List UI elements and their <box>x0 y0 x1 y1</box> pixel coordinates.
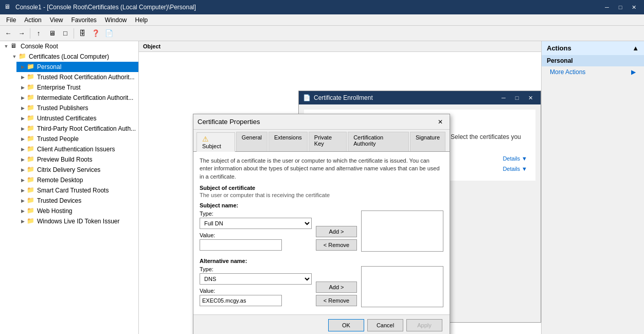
content-area: ▼ 🖥 Console Root ▼ 📁 Certificates (Local… <box>0 41 644 334</box>
cert-enrollment-controls: ─ □ ✕ <box>497 93 536 103</box>
tree-arrow-enterprise: ▶ <box>19 83 27 92</box>
cert-enrollment-title-bar: 📄 Certificate Enrollment ─ □ ✕ <box>299 91 541 104</box>
menu-view[interactable]: View <box>46 15 67 25</box>
tree-item-citrix[interactable]: ▶ 📁 Citrix Delivery Services <box>16 165 138 175</box>
tree-arrow-windows-live: ▶ <box>19 217 27 225</box>
subject-name-section: Subject name: <box>200 202 443 208</box>
show-action-pane[interactable]: □ <box>59 27 71 40</box>
subject-value-input[interactable] <box>200 239 282 251</box>
panel-content-area: 📄 Certificate Enrollment ─ □ ✕ Request C… <box>139 52 541 334</box>
tree-item-publishers[interactable]: ▶ 📁 Trusted Publishers <box>16 103 138 113</box>
forward-button[interactable]: → <box>15 27 28 40</box>
right-panel: Object 📄 Certificate Enrollment ─ □ ✕ <box>139 41 541 334</box>
toolbar-separator-1 <box>30 28 30 39</box>
folder-icon-web-hosting: 📁 <box>27 207 35 215</box>
tab-signature[interactable]: Signature <box>410 132 445 151</box>
enrollment-details-link-1[interactable]: Details ▼ <box>503 155 527 162</box>
tab-extensions-label: Extensions <box>274 134 302 140</box>
maximize-button[interactable]: □ <box>614 2 627 12</box>
tree-item-enterprise[interactable]: ▶ 📁 Enterprise Trust <box>16 82 138 93</box>
subject-name-buttons: Add > < Remove <box>316 210 357 251</box>
tree-item-untrusted[interactable]: ▶ 📁 Untrusted Certificates <box>16 113 138 124</box>
tree-item-client-auth[interactable]: ▶ 📁 Client Authentication Issuers <box>16 144 138 154</box>
subject-type-group: Type: Full DN CN O <box>200 210 312 229</box>
alt-value-label: Value: <box>200 288 312 294</box>
folder-icon-trusted-root: 📁 <box>27 73 35 81</box>
tree-item-trusted-devices[interactable]: ▶ 📁 Trusted Devices <box>16 196 138 206</box>
cert-enrollment-close[interactable]: ✕ <box>524 93 536 103</box>
tree-item-windows-live[interactable]: ▶ 📁 Windows Live ID Token Issuer <box>16 216 138 226</box>
tree-arrow-trusted-devices: ▶ <box>19 197 27 205</box>
back-button[interactable]: ← <box>2 27 14 40</box>
tree-item-certs-local[interactable]: ▼ 📁 Certificates (Local Computer) <box>8 51 138 62</box>
tree-label-certs: Certificates (Local Computer) <box>29 53 109 60</box>
menu-favorites[interactable]: Favorites <box>67 15 101 25</box>
new-window-button[interactable]: 🗄 <box>76 27 88 40</box>
tree-arrow-console: ▼ <box>2 42 10 50</box>
tree-arrow-trusted-root: ▶ <box>19 73 27 81</box>
alt-value-input[interactable] <box>200 295 282 306</box>
tree-item-remote-desktop[interactable]: ▶ 📁 Remote Desktop <box>16 175 138 185</box>
tree-item-console-root[interactable]: ▼ 🖥 Console Root <box>0 41 138 51</box>
menu-window[interactable]: Window <box>101 15 131 25</box>
cert-enrollment-maximize[interactable]: □ <box>511 93 523 103</box>
up-button[interactable]: ↑ <box>32 27 45 40</box>
tree-children-certs: ▶ 📁 Personal ▶ 📁 Trusted Root Certificat… <box>8 62 138 226</box>
close-button[interactable]: ✕ <box>628 2 640 12</box>
folder-icon-remote-desktop: 📁 <box>27 176 35 184</box>
toolbar: ← → ↑ 🖥 □ 🗄 ❓ 📄 <box>0 26 644 41</box>
alt-remove-button[interactable]: < Remove <box>316 295 357 306</box>
tree-item-trusted-people[interactable]: ▶ 📁 Trusted People <box>16 134 138 144</box>
help-button[interactable]: ❓ <box>90 27 102 40</box>
subject-remove-button[interactable]: < Remove <box>316 239 357 251</box>
folder-icon-smart-card: 📁 <box>27 186 35 195</box>
tree-item-trusted-root[interactable]: ▶ 📁 Trusted Root Certification Authorit.… <box>16 72 138 82</box>
folder-icon-untrusted: 📁 <box>27 114 35 122</box>
panel-col-header: Object <box>139 41 541 52</box>
tab-extensions[interactable]: Extensions <box>269 132 308 151</box>
tree-item-preview[interactable]: ▶ 📁 Preview Build Roots <box>16 154 138 165</box>
tree-arrow-preview: ▶ <box>19 155 27 164</box>
tree-item-intermediate[interactable]: ▶ 📁 Intermediate Certification Authorit.… <box>16 93 138 103</box>
title-bar: 🖥 Console1 - [Console Root\Certificates … <box>0 0 644 14</box>
tab-cert-authority[interactable]: Certification Authority <box>348 132 409 151</box>
tree-label-trusted-root: Trusted Root Certification Authorit... <box>37 74 135 81</box>
subject-type-label: Type: <box>200 210 312 217</box>
tree-item-third-party[interactable]: ▶ 📁 Third-Party Root Certification Auth.… <box>16 124 138 134</box>
tab-subject[interactable]: ⚠ Subject <box>196 132 235 152</box>
properties-button[interactable]: 📄 <box>103 27 115 40</box>
tab-private-key-label: Private Key <box>314 134 332 147</box>
alt-type-select[interactable]: DNS Email UPN IP address <box>200 273 312 285</box>
alt-type-label: Type: <box>200 266 312 272</box>
menu-file[interactable]: File <box>2 15 20 25</box>
cert-enrollment-title-text: Certificate Enrollment <box>314 94 497 101</box>
show-hide-button[interactable]: 🖥 <box>46 27 58 40</box>
apply-button[interactable]: Apply <box>406 319 442 331</box>
tree-arrow-trusted-people: ▶ <box>19 135 27 143</box>
folder-icon-personal: 📁 <box>27 63 35 71</box>
alt-name-section: Alternative name: <box>200 258 443 264</box>
tree-item-web-hosting[interactable]: ▶ 📁 Web Hosting <box>16 206 138 216</box>
tree-arrow-client-auth: ▶ <box>19 145 27 153</box>
minimize-button[interactable]: ─ <box>601 2 613 12</box>
tree-label-client-auth: Client Authentication Issuers <box>37 146 115 153</box>
folder-icon-preview: 📁 <box>27 155 35 164</box>
menu-action[interactable]: Action <box>20 15 45 25</box>
tab-private-key[interactable]: Private Key <box>309 132 347 151</box>
cert-enrollment-minimize[interactable]: ─ <box>497 93 510 103</box>
enrollment-details-link-2[interactable]: Details ▼ <box>503 166 527 172</box>
cancel-button[interactable]: Cancel <box>367 319 403 331</box>
menu-help[interactable]: Help <box>131 15 152 25</box>
ok-button[interactable]: OK <box>328 319 364 331</box>
tree-label-publishers: Trusted Publishers <box>37 104 88 112</box>
folder-icon-certs: 📁 <box>19 52 27 61</box>
alt-add-button[interactable]: Add > <box>316 282 357 293</box>
subject-type-select[interactable]: Full DN CN O <box>200 218 312 229</box>
tree-children: ▼ 📁 Certificates (Local Computer) ▶ 📁 Pe… <box>0 51 138 226</box>
tab-general[interactable]: General <box>236 132 267 151</box>
tree-item-smart-card[interactable]: ▶ 📁 Smart Card Trusted Roots <box>16 185 138 196</box>
dialog-close-button[interactable]: ✕ <box>435 117 445 127</box>
actions-more-actions[interactable]: More Actions ▶ <box>542 66 644 78</box>
tree-item-personal[interactable]: ▶ 📁 Personal <box>16 62 138 72</box>
subject-add-button[interactable]: Add > <box>316 226 357 237</box>
